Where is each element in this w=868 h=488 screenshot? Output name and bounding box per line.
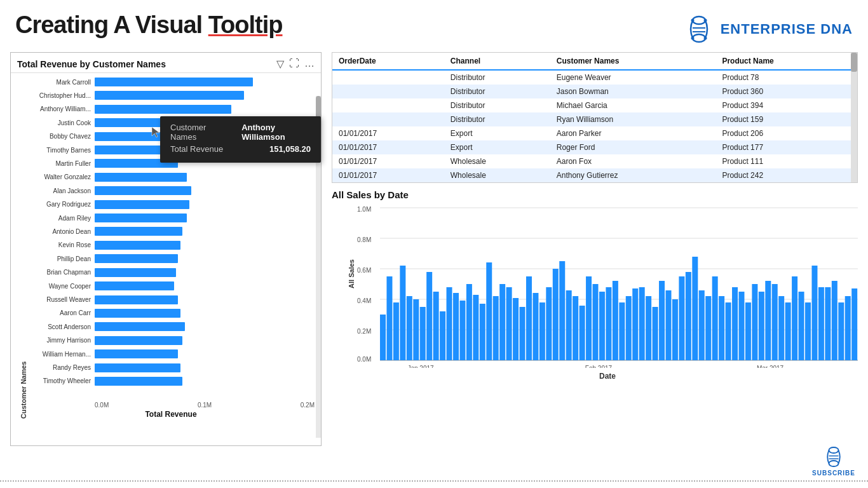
sales-bar [626,296,632,360]
sales-bar [805,302,811,360]
cell-product: Product 111 [715,154,857,168]
sales-bar [433,292,439,360]
tooltip-val-2: 151,058.20 [269,144,311,154]
panel-icons: ▽ ⛶ … [276,58,315,70]
bar-fill [95,200,189,209]
table-row: Antonio Dean [27,225,315,238]
sales-bar [466,284,472,360]
col-customer: Customer Names [550,53,716,70]
bar-track [95,295,315,304]
bar-fill [95,322,185,331]
table-row: Distributor Michael Garcia Product 394 [332,98,857,112]
sales-bar [759,292,764,360]
sales-bar [665,290,671,360]
table-row: Distributor Eugene Weaver Product 78 [332,70,857,85]
page-title: Creating A Visual Tooltip [15,11,282,39]
sales-bar [599,292,605,360]
sales-bar [619,302,625,360]
table-row: Anthony William... [27,103,315,116]
x-tick-2: 0.2M [301,402,315,409]
data-table-panel: OrderDate Channel Customer Names Product… [332,52,858,183]
bar-track [95,200,315,209]
title-before: Creating A Visual [15,11,208,38]
sales-bar [818,287,824,360]
table-row: Jimmy Harrison [27,334,315,347]
col-channel: Channel [444,53,550,70]
bar-fill [95,295,178,304]
cell-product: Product 177 [715,140,857,154]
y-axis-label-sales: All Sales [348,259,355,288]
sales-bar [453,293,459,360]
cell-order-date: 01/01/2017 [332,154,444,168]
sales-bar [386,276,392,360]
bar-track [95,309,315,318]
filter-icon[interactable]: ▽ [276,58,284,70]
sales-bar [745,302,751,360]
more-icon[interactable]: … [304,58,315,70]
sales-bar [832,281,837,360]
expand-icon[interactable]: ⛶ [289,58,299,70]
table-row: Alan Jackson [27,184,315,197]
sales-bar [407,296,412,360]
sales-bar [459,301,465,360]
table-row: 01/01/2017 Wholesale Anthony Gutierrez P… [332,168,857,182]
table-row: Distributor Ryan Williamson Product 159 [332,112,857,126]
cell-channel: Wholesale [444,168,550,182]
table-row: Distributor Jason Bowman Product 360 [332,85,857,98]
table-scrollbar[interactable] [851,53,857,182]
table-body: Distributor Eugene Weaver Product 78 Dis… [332,70,857,182]
sales-bar [738,292,744,360]
cell-channel: Distributor [444,85,550,98]
cell-product: Product 78 [715,70,857,85]
sales-chart-area: All Sales 1.0M 0.8M 0.6M 0.4M 0.2M 0.0M [332,203,858,381]
bar-fill [95,78,253,86]
table-row: Walter Gonzalez [27,171,315,184]
bar-name: Antonio Dean [27,228,91,235]
sales-bar [838,302,844,360]
bar-track [95,186,315,195]
sales-bar [752,284,757,360]
sales-bar [686,272,691,360]
dna-icon [684,14,714,44]
bar-fill [95,186,191,195]
sales-bar [426,272,432,360]
table-scrollbar-thumb[interactable] [851,53,857,72]
bar-track [95,322,315,331]
sales-bar [772,284,778,360]
bar-name: Brian Chapman [27,269,91,276]
cell-order-date [332,70,444,85]
cell-customer: Eugene Weaver [550,70,716,85]
bar-name: Justin Cook [27,119,91,126]
svg-text:0.8M: 0.8M [357,236,371,243]
data-table: OrderDate Channel Customer Names Product… [332,53,857,182]
svg-text:0.0M: 0.0M [357,356,371,363]
bar-name: Adam Riley [27,215,91,222]
bar-track [95,336,315,345]
sales-bar [413,299,419,360]
svg-point-0 [693,17,705,24]
subscribe-area[interactable]: SUBSCRIBE [812,445,855,477]
tooltip-row-1: Customer Names Anthony Williamson [170,123,311,142]
subscribe-label[interactable]: SUBSCRIBE [812,470,855,477]
sales-bar [672,299,678,360]
bar-name: Anthony William... [27,105,91,112]
cell-channel: Distributor [444,70,550,85]
cell-order-date: 01/01/2017 [332,126,444,140]
bar-name: Phillip Dean [27,255,91,262]
sales-bar [393,302,399,360]
bar-fill [95,363,180,372]
table-row: Phillip Dean [27,252,315,265]
sales-bar [539,302,545,360]
cell-order-date: 01/01/2017 [332,140,444,154]
sales-bar [632,288,638,360]
bar-fill [95,254,178,263]
title-highlight: Tooltip [208,11,283,38]
table-header: OrderDate Channel Customer Names Product… [332,53,857,70]
sales-bar [613,281,618,360]
svg-text:Jan 2017: Jan 2017 [407,365,434,368]
bar-track [95,377,315,386]
table-row: Adam Riley [27,212,315,224]
main-content: Total Revenue by Customer Names ▽ ⛶ … Cu… [0,52,868,446]
bar-name: Mark Carroll [27,79,91,86]
bar-name: Wayne Cooper [27,283,91,290]
